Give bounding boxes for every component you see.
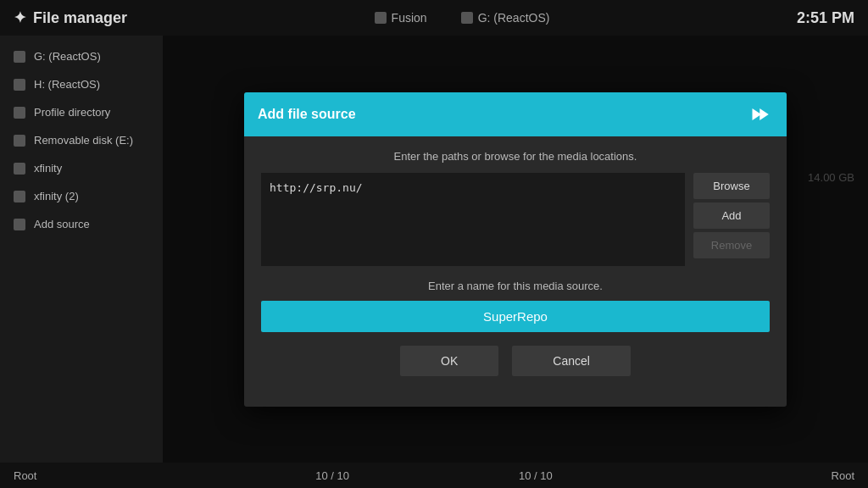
- app-title: File manager: [33, 9, 127, 27]
- app-icon: ✦: [14, 8, 26, 27]
- path-row: Browse Add Remove: [261, 173, 770, 266]
- kodi-logo: [749, 103, 773, 126]
- modal-footer: OK Cancel: [261, 346, 770, 393]
- bottombar-count1: 10 / 10: [315, 469, 349, 482]
- sidebar: G: (ReactOS) H: (ReactOS) Profile direct…: [0, 36, 163, 463]
- bottombar-right: Root: [832, 469, 854, 482]
- sidebar-label: Profile directory: [34, 106, 110, 119]
- bottombar: Root 10 / 10 10 / 10 Root: [0, 463, 868, 488]
- sidebar-label: H: (ReactOS): [34, 78, 100, 91]
- sidebar-item-add-source[interactable]: Add source: [0, 210, 163, 238]
- folder-icon: [14, 163, 25, 175]
- name-instruction: Enter a name for this media source.: [261, 280, 770, 292]
- modal-header: Add file source: [244, 92, 787, 136]
- source-fusion-label: Fusion: [392, 11, 427, 25]
- drive-icon: [14, 51, 25, 63]
- content-area: G: (ReactOS) H: (ReactOS) Profile direct…: [0, 36, 868, 463]
- modal-overlay: Add file source Enter the paths or brows…: [163, 36, 868, 463]
- sidebar-label: G: (ReactOS): [34, 50, 101, 63]
- add-button[interactable]: Add: [693, 202, 770, 229]
- folder-icon: [14, 191, 25, 202]
- sidebar-item-xfinity-2[interactable]: xfinity (2): [0, 182, 163, 210]
- remove-button[interactable]: Remove: [693, 232, 770, 258]
- add-file-source-modal: Add file source Enter the paths or brows…: [244, 92, 787, 407]
- sidebar-item-g-reactos[interactable]: G: (ReactOS): [0, 42, 163, 70]
- source-reactos-label: G: (ReactOS): [478, 11, 550, 25]
- topbar: ✦ File manager Fusion G: (ReactOS) 2:51 …: [0, 0, 868, 36]
- sidebar-item-removable-disk[interactable]: Removable disk (E:): [0, 126, 163, 154]
- ok-button[interactable]: OK: [400, 346, 498, 376]
- path-buttons: Browse Add Remove: [693, 173, 770, 266]
- drive-icon: [14, 135, 25, 147]
- modal-title: Add file source: [258, 107, 356, 122]
- modal-body: Enter the paths or browse for the media …: [244, 136, 787, 407]
- drive-icon-reactos: [461, 12, 473, 24]
- bottombar-count2: 10 / 10: [519, 469, 553, 482]
- svg-marker-1: [760, 108, 769, 120]
- sidebar-item-h-reactos[interactable]: H: (ReactOS): [0, 70, 163, 98]
- cancel-button[interactable]: Cancel: [512, 346, 631, 376]
- bottombar-left: Root: [14, 469, 36, 482]
- sidebar-label: Add source: [34, 218, 90, 230]
- source-reactos: G: (ReactOS): [461, 11, 550, 25]
- sidebar-label: Removable disk (E:): [34, 134, 133, 147]
- add-icon: [14, 219, 25, 230]
- source-fusion: Fusion: [375, 11, 427, 25]
- clock: 2:51 PM: [797, 9, 854, 27]
- browse-button[interactable]: Browse: [693, 173, 770, 199]
- topbar-center: Fusion G: (ReactOS): [375, 11, 550, 25]
- sidebar-item-profile-directory[interactable]: Profile directory: [0, 98, 163, 126]
- folder-icon: [14, 107, 25, 119]
- bottombar-center: 10 / 10 10 / 10: [315, 469, 553, 482]
- sidebar-label: xfinity (2): [34, 190, 79, 202]
- source-name-input[interactable]: [261, 301, 770, 332]
- drive-icon-fusion: [375, 12, 387, 24]
- sidebar-label: xfinity: [34, 162, 62, 175]
- drive-icon: [14, 79, 25, 91]
- topbar-left: ✦ File manager: [14, 8, 127, 27]
- main-area: 14.00 GB Add file source Enter the paths…: [163, 36, 868, 463]
- modal-instruction: Enter the paths or browse for the media …: [261, 150, 770, 163]
- sidebar-item-xfinity[interactable]: xfinity: [0, 154, 163, 182]
- path-input[interactable]: [261, 173, 685, 266]
